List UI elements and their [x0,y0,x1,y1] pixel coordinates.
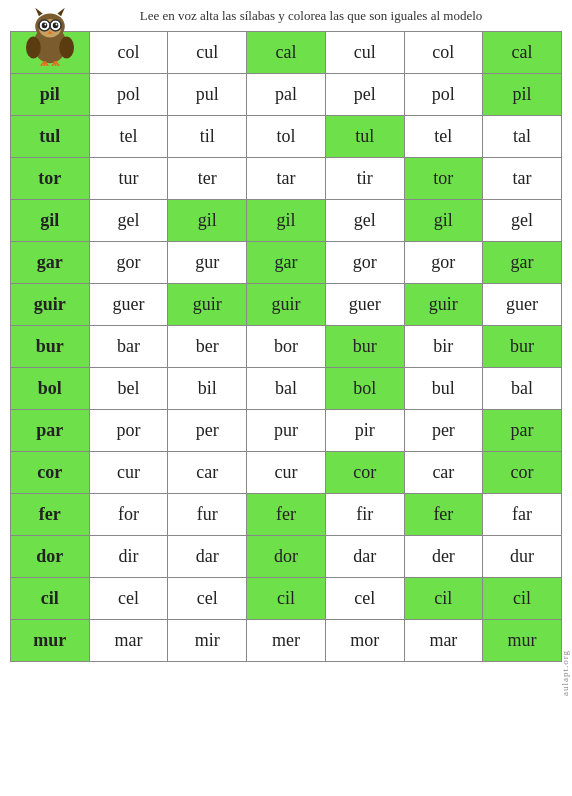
syllable-cell: bor [247,325,326,367]
svg-point-13 [44,24,46,26]
syllable-cell: col [404,31,483,73]
table-row: parporperpurpirperpar [11,409,562,451]
table-row: gilgelgilgilgelgilgel [11,199,562,241]
syllable-cell: mir [168,619,247,661]
syllable-cell: pel [325,73,404,115]
svg-marker-3 [57,8,64,16]
syllable-cell: dar [168,535,247,577]
syllable-cell: far [483,493,562,535]
syllable-cell: guer [325,283,404,325]
syllable-cell: tol [247,115,326,157]
syllable-cell: tul [325,115,404,157]
syllable-cell: pol [404,73,483,115]
svg-marker-2 [35,8,42,16]
syllable-cell: cil [483,577,562,619]
syllable-cell: col [89,31,168,73]
syllable-cell: cel [325,577,404,619]
syllable-cell: til [168,115,247,157]
syllable-cell: cil [404,577,483,619]
syllable-cell: fur [168,493,247,535]
model-cell: gil [11,199,90,241]
syllable-cell: mer [247,619,326,661]
syllable-cell: mor [325,619,404,661]
model-cell: cil [11,577,90,619]
syllable-cell: gar [483,241,562,283]
syllable-cell: mar [89,619,168,661]
syllable-cell: ber [168,325,247,367]
syllable-cell: per [404,409,483,451]
syllable-cell: cul [325,31,404,73]
syllable-cell: bir [404,325,483,367]
syllable-cell: fer [404,493,483,535]
syllable-cell: cal [483,31,562,73]
model-cell: guir [11,283,90,325]
model-cell: mur [11,619,90,661]
syllable-cell: mur [483,619,562,661]
syllable-cell: cor [483,451,562,493]
model-cell: dor [11,535,90,577]
syllable-cell: mar [404,619,483,661]
svg-point-16 [26,36,41,58]
syllable-cell: for [89,493,168,535]
syllable-cell: tar [247,157,326,199]
svg-point-11 [42,23,48,29]
table-row: pilpolpulpalpelpolpil [11,73,562,115]
model-cell: gar [11,241,90,283]
syllable-cell: bal [247,367,326,409]
page: Lee en voz alta las sílabas y colorea la… [0,0,572,796]
syllable-cell: car [168,451,247,493]
syllable-cell: cal [247,31,326,73]
model-cell: tul [11,115,90,157]
table-row: murmarmirmermormarmur [11,619,562,661]
syllable-cell: bul [404,367,483,409]
svg-point-12 [53,23,59,29]
table-row: calcolculcalculcolcal [11,31,562,73]
syllable-cell: gor [89,241,168,283]
syllable-cell: cel [168,577,247,619]
syllable-cell: tel [89,115,168,157]
syllable-cell: gel [325,199,404,241]
syllable-cell: cur [247,451,326,493]
syllables-table: calcolculcalculcolcalpilpolpulpalpelpolp… [10,31,562,662]
table-row: gargorgurgargorgorgar [11,241,562,283]
syllable-cell: cul [168,31,247,73]
syllable-cell: gor [404,241,483,283]
syllable-cell: gur [168,241,247,283]
syllable-cell: cur [89,451,168,493]
model-cell: par [11,409,90,451]
syllable-cell: bar [89,325,168,367]
syllable-cell: cel [89,577,168,619]
svg-point-14 [56,24,58,26]
header: Lee en voz alta las sílabas y colorea la… [10,8,562,25]
syllable-cell: ter [168,157,247,199]
syllable-cell: bur [483,325,562,367]
syllable-cell: pil [483,73,562,115]
syllable-cell: bol [325,367,404,409]
syllable-cell: tir [325,157,404,199]
table-row: torturtertartirtortar [11,157,562,199]
model-cell: tor [11,157,90,199]
syllable-cell: fir [325,493,404,535]
syllable-cell: pul [168,73,247,115]
syllable-cell: cil [247,577,326,619]
syllable-cell: guir [247,283,326,325]
table-row: cilcelcelcilcelcilcil [11,577,562,619]
syllable-cell: pir [325,409,404,451]
syllable-cell: tur [89,157,168,199]
syllable-cell: gel [483,199,562,241]
syllable-cell: dur [483,535,562,577]
syllable-cell: pur [247,409,326,451]
syllable-cell: bur [325,325,404,367]
syllable-cell: pol [89,73,168,115]
table-row: burbarberborburbirbur [11,325,562,367]
table-row: dordirdardordarderdur [11,535,562,577]
syllable-cell: dor [247,535,326,577]
syllable-cell: guer [89,283,168,325]
syllable-cell: car [404,451,483,493]
owl-image [20,6,80,70]
syllable-cell: gil [168,199,247,241]
syllable-cell: gor [325,241,404,283]
model-cell: cor [11,451,90,493]
svg-point-17 [59,36,74,58]
syllable-cell: guir [404,283,483,325]
